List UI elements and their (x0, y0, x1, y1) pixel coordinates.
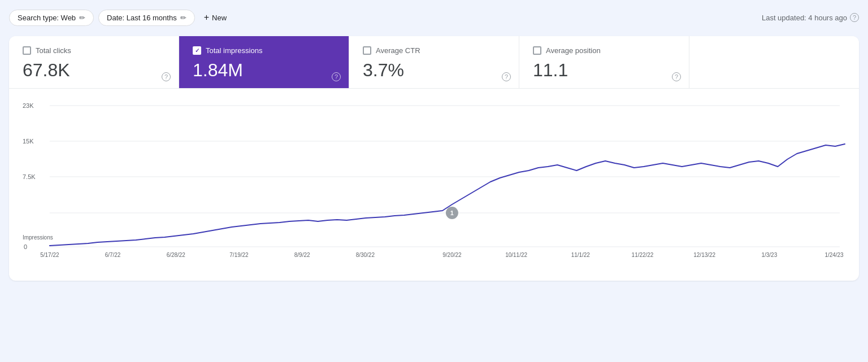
metric-total-clicks[interactable]: Total clicks 67.8K ? (9, 36, 179, 88)
new-button[interactable]: + New (199, 9, 231, 26)
svg-text:0: 0 (24, 243, 27, 250)
svg-text:6/7/22: 6/7/22 (105, 252, 121, 258)
date-label: Date: Last 16 months (107, 14, 177, 22)
search-type-filter[interactable]: Search type: Web ✏ (9, 10, 94, 26)
clicks-checkbox[interactable] (23, 46, 31, 55)
metric-header-clicks: Total clicks (23, 46, 165, 55)
position-help: ? (672, 72, 681, 81)
last-updated-help-icon[interactable]: ? (850, 13, 859, 22)
svg-text:1/3/23: 1/3/23 (762, 252, 778, 258)
clicks-value: 67.8K (23, 60, 165, 80)
toolbar: Search type: Web ✏ Date: Last 16 months … (9, 9, 859, 26)
svg-text:11/22/22: 11/22/22 (632, 252, 654, 258)
search-type-label: Search type: Web (18, 14, 76, 22)
svg-text:1/24/23: 1/24/23 (824, 252, 844, 258)
svg-text:7/19/22: 7/19/22 (229, 252, 249, 258)
new-label: New (212, 14, 227, 22)
impressions-help-icon[interactable]: ? (332, 72, 341, 81)
chart-area: 23K 15K 7.5K 0 Impressions 1 5/17/22 6/7… (9, 89, 859, 281)
metric-header-ctr: Average CTR (363, 46, 505, 55)
metrics-row: Total clicks 67.8K ? Total impressions 1… (9, 36, 859, 89)
metric-total-impressions[interactable]: Total impressions 1.84M ? (179, 36, 349, 88)
svg-text:15K: 15K (23, 138, 34, 145)
svg-text:1: 1 (450, 210, 454, 216)
date-filter[interactable]: Date: Last 16 months ✏ (98, 10, 195, 26)
position-label: Average position (546, 46, 601, 55)
impressions-checkbox[interactable] (193, 46, 201, 55)
svg-text:10/11/22: 10/11/22 (505, 252, 527, 258)
clicks-help: ? (162, 72, 171, 81)
position-help-icon[interactable]: ? (672, 72, 681, 81)
main-card: Total clicks 67.8K ? Total impressions 1… (9, 36, 859, 281)
svg-text:5/17/22: 5/17/22 (40, 252, 59, 258)
last-updated-text: Last updated: 4 hours ago (762, 14, 847, 22)
position-value: 11.1 (533, 60, 675, 80)
ctr-label: Average CTR (376, 46, 420, 55)
clicks-help-icon[interactable]: ? (162, 72, 171, 81)
edit-icon-date: ✏ (180, 14, 186, 22)
plus-icon: + (204, 12, 209, 23)
svg-text:12/13/22: 12/13/22 (693, 252, 715, 258)
metric-empty (689, 36, 859, 88)
svg-text:7.5K: 7.5K (23, 173, 36, 180)
metric-average-ctr[interactable]: Average CTR 3.7% ? (349, 36, 519, 88)
svg-text:6/28/22: 6/28/22 (167, 252, 186, 258)
svg-text:23K: 23K (23, 102, 34, 109)
svg-text:8/30/22: 8/30/22 (356, 252, 375, 258)
impressions-value: 1.84M (193, 60, 335, 80)
last-updated: Last updated: 4 hours ago ? (762, 13, 859, 22)
metric-header-impressions: Total impressions (193, 46, 335, 55)
clicks-label: Total clicks (36, 46, 71, 55)
ctr-help: ? (502, 72, 511, 81)
position-checkbox[interactable] (533, 46, 541, 55)
svg-text:9/20/22: 9/20/22 (442, 252, 462, 258)
ctr-value: 3.7% (363, 60, 505, 80)
svg-text:Impressions: Impressions (23, 234, 53, 241)
impressions-help: ? (332, 72, 341, 81)
svg-text:11/1/22: 11/1/22 (571, 252, 591, 258)
impressions-label: Total impressions (206, 46, 262, 55)
metric-average-position[interactable]: Average position 11.1 ? (519, 36, 689, 88)
svg-text:8/9/22: 8/9/22 (294, 252, 310, 258)
metric-header-position: Average position (533, 46, 675, 55)
ctr-checkbox[interactable] (363, 46, 371, 55)
ctr-help-icon[interactable]: ? (502, 72, 511, 81)
chart-svg: 23K 15K 7.5K 0 Impressions 1 5/17/22 6/7… (23, 100, 845, 258)
edit-icon: ✏ (79, 14, 85, 22)
